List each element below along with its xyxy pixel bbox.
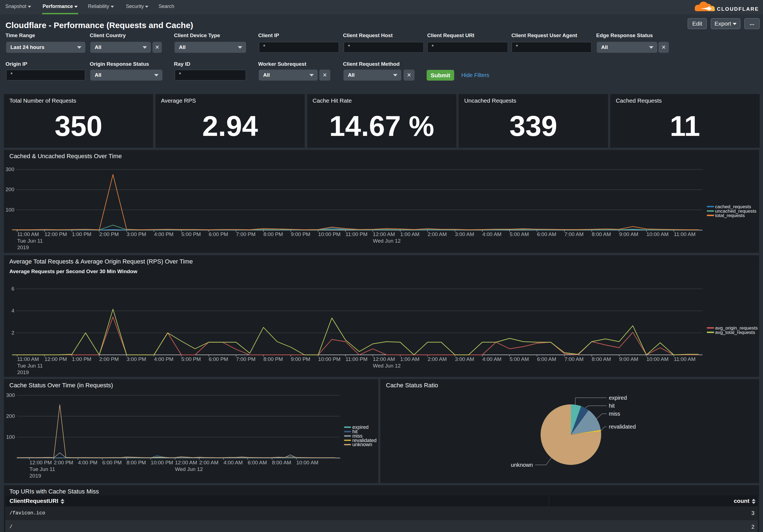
svg-text:avg_total_requests: avg_total_requests [715, 329, 755, 335]
svg-text:10:00 PM: 10:00 PM [318, 356, 341, 362]
svg-text:10:00 AM: 10:00 AM [647, 356, 669, 362]
svg-text:3:00 AM: 3:00 AM [455, 356, 474, 362]
svg-text:4:00 AM: 4:00 AM [224, 460, 243, 466]
svg-text:2:00 PM: 2:00 PM [99, 356, 119, 362]
svg-text:3:00 PM: 3:00 PM [127, 231, 146, 237]
svg-text:7:00 AM: 7:00 AM [564, 356, 584, 362]
svg-text:miss: miss [609, 411, 620, 417]
svg-text:6:00 PM: 6:00 PM [209, 356, 228, 362]
svg-text:9:00 PM: 9:00 PM [291, 231, 310, 237]
svg-text:Wed Jun 12: Wed Jun 12 [373, 363, 401, 369]
svg-text:7:00 AM: 7:00 AM [564, 231, 584, 237]
svg-text:2: 2 [11, 330, 14, 336]
svg-text:2019: 2019 [17, 244, 29, 250]
svg-text:7:00 PM: 7:00 PM [236, 231, 256, 237]
svg-text:300: 300 [6, 166, 14, 172]
svg-text:3:00 PM: 3:00 PM [127, 356, 146, 362]
svg-text:12:00 AM: 12:00 AM [175, 460, 197, 466]
svg-text:11:00 AM: 11:00 AM [674, 356, 696, 362]
svg-text:8:00 PM: 8:00 PM [264, 356, 283, 362]
svg-text:Wed Jun 12: Wed Jun 12 [175, 466, 203, 472]
svg-text:10:00 PM: 10:00 PM [318, 231, 341, 237]
svg-text:9:00 AM: 9:00 AM [619, 231, 638, 237]
svg-text:4:00 PM: 4:00 PM [154, 231, 173, 237]
svg-text:5:00 AM: 5:00 AM [510, 231, 529, 237]
svg-text:7:00 PM: 7:00 PM [236, 356, 256, 362]
svg-text:8:00 AM: 8:00 AM [272, 460, 291, 466]
svg-text:11:00 AM: 11:00 AM [674, 231, 696, 237]
svg-text:Tue Jun 11: Tue Jun 11 [17, 238, 43, 244]
svg-text:2019: 2019 [30, 473, 41, 479]
svg-text:6:00 PM: 6:00 PM [209, 231, 228, 237]
svg-text:300: 300 [6, 392, 15, 398]
svg-text:3:00 AM: 3:00 AM [455, 231, 474, 237]
svg-text:8:00 AM: 8:00 AM [592, 231, 611, 237]
svg-text:12:00 PM: 12:00 PM [45, 231, 67, 237]
svg-text:unknown: unknown [511, 462, 533, 468]
svg-text:CLOUDFLARE: CLOUDFLARE [717, 6, 759, 12]
svg-text:2019: 2019 [17, 369, 29, 375]
svg-text:8:00 AM: 8:00 AM [592, 356, 611, 362]
svg-text:Tue Jun 11: Tue Jun 11 [30, 466, 55, 472]
svg-text:2:00 AM: 2:00 AM [199, 460, 219, 466]
svg-text:Tue Jun 11: Tue Jun 11 [17, 363, 43, 369]
svg-text:2:00 PM: 2:00 PM [99, 231, 119, 237]
svg-text:5:00 PM: 5:00 PM [181, 231, 201, 237]
svg-text:revalidated: revalidated [609, 424, 636, 430]
svg-text:unknown: unknown [352, 442, 372, 447]
svg-text:10:00 PM: 10:00 PM [151, 460, 173, 466]
svg-text:10:00 AM: 10:00 AM [296, 460, 318, 466]
svg-text:6:00 AM: 6:00 AM [248, 460, 267, 466]
svg-text:11:00 AM: 11:00 AM [17, 356, 39, 362]
svg-text:total_requests: total_requests [715, 213, 745, 218]
svg-text:2:00 AM: 2:00 AM [427, 356, 447, 362]
svg-text:11:00 AM: 11:00 AM [17, 231, 39, 237]
svg-text:4:00 AM: 4:00 AM [482, 231, 501, 237]
svg-text:2:00 AM: 2:00 AM [427, 231, 447, 237]
svg-text:9:00 PM: 9:00 PM [291, 356, 310, 362]
svg-text:6:00 PM: 6:00 PM [102, 460, 122, 466]
svg-text:8:00 PM: 8:00 PM [264, 231, 283, 237]
svg-text:6:00 AM: 6:00 AM [537, 231, 556, 237]
svg-text:expired: expired [609, 395, 627, 401]
svg-text:4:00 AM: 4:00 AM [482, 356, 501, 362]
svg-text:hit: hit [609, 403, 615, 409]
svg-text:12:00 PM: 12:00 PM [45, 356, 67, 362]
svg-text:12:00 PM: 12:00 PM [30, 460, 52, 466]
svg-text:1:00 PM: 1:00 PM [72, 356, 91, 362]
svg-text:1:00 AM: 1:00 AM [400, 231, 419, 237]
svg-text:11:00 PM: 11:00 PM [345, 356, 368, 362]
svg-text:6:00 AM: 6:00 AM [537, 356, 556, 362]
svg-text:100: 100 [6, 207, 14, 213]
svg-text:10:00 AM: 10:00 AM [647, 231, 669, 237]
svg-text:6: 6 [11, 286, 14, 292]
svg-text:4:00 PM: 4:00 PM [154, 356, 173, 362]
svg-text:1:00 PM: 1:00 PM [72, 231, 91, 237]
svg-text:12:00 AM: 12:00 AM [373, 231, 395, 237]
svg-text:8:00 PM: 8:00 PM [126, 460, 146, 466]
svg-text:4: 4 [11, 308, 14, 313]
svg-text:100: 100 [6, 434, 15, 440]
svg-text:4:00 PM: 4:00 PM [78, 460, 97, 466]
svg-text:1:00 AM: 1:00 AM [400, 356, 419, 362]
svg-text:9:00 AM: 9:00 AM [619, 356, 638, 362]
svg-text:5:00 AM: 5:00 AM [510, 356, 529, 362]
svg-text:11:00 PM: 11:00 PM [345, 231, 368, 237]
svg-text:2:00 PM: 2:00 PM [54, 460, 73, 466]
svg-text:200: 200 [6, 413, 15, 419]
svg-text:5:00 PM: 5:00 PM [181, 356, 201, 362]
svg-text:12:00 AM: 12:00 AM [373, 356, 395, 362]
svg-text:200: 200 [6, 187, 14, 192]
svg-text:Wed Jun 12: Wed Jun 12 [373, 238, 401, 244]
